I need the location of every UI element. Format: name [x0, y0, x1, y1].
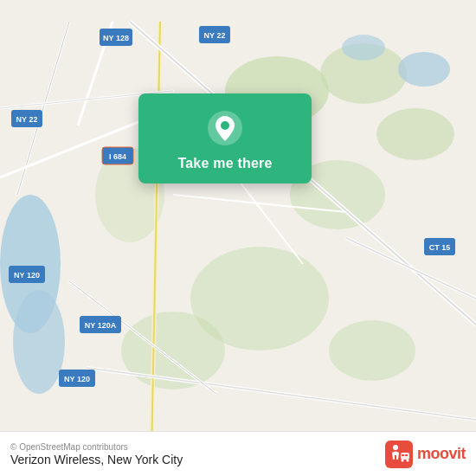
svg-point-52 [401, 459, 403, 461]
svg-point-10 [13, 290, 65, 394]
location-pin-icon [206, 109, 244, 147]
svg-point-50 [393, 445, 398, 450]
svg-point-12 [342, 35, 385, 61]
osm-attribution: © OpenStreetMap contributors [10, 442, 183, 452]
svg-text:NY 22: NY 22 [16, 115, 38, 124]
location-label: Verizon Wireless, New York City [10, 453, 183, 466]
moovit-brand-icon [385, 441, 413, 468]
svg-text:NY 120A: NY 120A [85, 321, 117, 330]
moovit-logo[interactable]: moovit [385, 441, 466, 468]
map-container: NY 128 NY 22 NY 22 I 684 NY 120 NY 120A … [0, 0, 476, 476]
svg-text:NY 120: NY 120 [64, 375, 90, 383]
svg-rect-54 [402, 454, 404, 456]
map-svg: NY 128 NY 22 NY 22 I 684 NY 120 NY 120A … [0, 0, 476, 476]
popup-card[interactable]: Take me there [138, 93, 312, 183]
svg-point-3 [376, 108, 454, 160]
svg-point-7 [329, 320, 415, 381]
moovit-text-label: moovit [417, 445, 466, 463]
svg-point-11 [398, 52, 450, 87]
svg-rect-55 [405, 454, 408, 456]
svg-text:NY 22: NY 22 [204, 31, 226, 40]
svg-text:NY 120: NY 120 [14, 271, 40, 280]
svg-text:I 684: I 684 [109, 152, 126, 161]
svg-point-53 [406, 459, 408, 461]
svg-text:CT 15: CT 15 [429, 243, 451, 252]
svg-point-48 [221, 121, 229, 130]
svg-text:NY 128: NY 128 [103, 34, 129, 42]
bottom-left: © OpenStreetMap contributors Verizon Wir… [10, 442, 183, 466]
take-me-there-label: Take me there [177, 156, 272, 171]
bottom-bar: © OpenStreetMap contributors Verizon Wir… [0, 431, 476, 476]
